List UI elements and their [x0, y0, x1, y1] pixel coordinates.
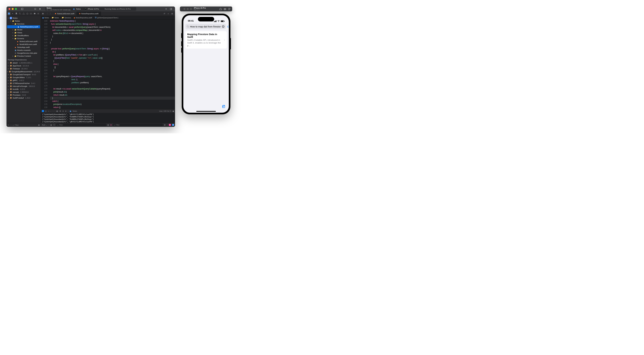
run-button[interactable]: [38, 7, 42, 11]
jumpbar-segment[interactable]: 📁 Services: [62, 16, 71, 19]
breakpoint-toggle-icon[interactable]: [42, 110, 44, 112]
scheme-label[interactable]: Notes: [76, 8, 81, 10]
gutter[interactable]: 1081091101111121131141151161171181191201…: [41, 20, 49, 109]
add-button[interactable]: [164, 7, 168, 11]
package-row[interactable]: ▸📦SwiftProtobuf 1.26.0: [6, 96, 41, 100]
toggle-left-panel-button[interactable]: [20, 7, 24, 11]
tree-row[interactable]: ▾ANotes: [6, 16, 41, 20]
bookmarks-navigator-tab[interactable]: [15, 12, 18, 15]
minimap-toggle-icon[interactable]: ⇄: [162, 12, 166, 16]
tree-row[interactable]: ▦Assets.xcassets: [6, 49, 41, 52]
tree-row[interactable]: ▾📁Screens: [6, 37, 41, 40]
jumpbar-segment[interactable]: ◆ NotesRepository.swift: [74, 17, 92, 19]
jumpbar-segment[interactable]: Ⓜ performQuery(searchTerm:): [95, 16, 118, 19]
search-input[interactable]: [190, 25, 221, 28]
library-button[interactable]: [169, 7, 173, 11]
package-row[interactable]: ▸📦GTMSessionFetcher 3.4.1: [6, 82, 41, 85]
debug-memory-icon[interactable]: ⚙: [60, 110, 61, 112]
pause-icon[interactable]: ‖: [46, 110, 46, 112]
add-editor-icon[interactable]: ▥: [170, 12, 174, 16]
stop-button[interactable]: [33, 7, 37, 11]
tree-row[interactable]: ▸📁Model: [6, 28, 41, 31]
tree-row[interactable]: ◆NotesListScreen.swift: [6, 40, 41, 43]
info-icon[interactable]: ⓘ: [53, 124, 55, 126]
package-row[interactable]: ▸📦nanopb 2.30910.0: [6, 90, 41, 94]
editor-tab[interactable]: ◆NotesRepository.swift: [77, 11, 101, 16]
screenshot-icon[interactable]: [224, 8, 226, 10]
home-indicator[interactable]: [196, 111, 216, 112]
step-over-icon[interactable]: ⤻: [48, 110, 49, 112]
clear-search-icon[interactable]: ✕: [222, 25, 224, 28]
package-row[interactable]: ▸📦Promises 2.4.0: [6, 94, 41, 96]
package-row[interactable]: ▸📦AppCheck 10.19.0: [6, 64, 41, 67]
sim-minimize-icon[interactable]: [187, 8, 189, 10]
compose-button[interactable]: [222, 104, 226, 108]
jump-bar[interactable]: ▣ Notes〉📁 Notes〉📁 Services〉◆ NotesReposi…: [41, 16, 175, 20]
variables-filter-input[interactable]: [59, 124, 72, 126]
back-button[interactable]: 〈: [45, 12, 49, 16]
report-navigator-tab[interactable]: [37, 12, 40, 15]
tree-row[interactable]: ▸📁Preview Content: [6, 54, 41, 58]
related-items-icon[interactable]: ▣: [41, 12, 45, 16]
search-result-row[interactable]: Mapping Firestore Data in Swift Swift's …: [185, 31, 227, 48]
cancel-button[interactable]: Cancel: [227, 25, 229, 28]
debug-console[interactable]: ["GybbVqm9jHoaodmwVpYv", "gMrO1fIiXM5f4l…: [41, 113, 175, 122]
package-row[interactable]: ▸📦GoogleAppMeasurement 10.24.0: [6, 70, 41, 73]
activity-view[interactable]: Notes #1 – Add "Notes for iOS" sample ap…: [45, 7, 136, 11]
minimize-window-icon[interactable]: [12, 8, 14, 10]
sim-zoom-icon[interactable]: [190, 8, 192, 10]
package-row[interactable]: ▸📦GoogleDataTransport 9.4.0: [6, 73, 41, 76]
forward-button[interactable]: 〉: [49, 12, 52, 16]
filter-recent-icon[interactable]: ◉: [38, 124, 40, 126]
editor-tab[interactable]: ◆NotesListScreen.swift: [52, 11, 77, 16]
tree-row[interactable]: ◆NoteEditScreen.swift: [6, 43, 41, 46]
package-row[interactable]: ▸📦InteropForGoogle 100.0.0: [6, 85, 41, 88]
navigator-filter-input[interactable]: [15, 124, 37, 126]
project-navigator-tab[interactable]: [8, 12, 10, 15]
jumpbar-segment[interactable]: 📁 Notes: [52, 16, 59, 19]
source-control-navigator-tab[interactable]: [11, 12, 14, 15]
zoom-window-icon[interactable]: [15, 8, 17, 10]
tree-row[interactable]: ▾📁Notes: [6, 20, 41, 22]
auto-variables-label[interactable]: Auto ⌄: [42, 124, 48, 126]
console-filter-input[interactable]: [116, 124, 129, 126]
search-box[interactable]: ✕: [185, 24, 226, 29]
debug-threads-icon[interactable]: ⋔: [62, 110, 64, 112]
test-navigator-tab[interactable]: [26, 12, 29, 15]
expressions-icon[interactable]: ▤: [107, 124, 109, 126]
package-row[interactable]: ▸📦abseil 1.2024011601.1: [6, 62, 41, 64]
trash-icon[interactable]: 🗑: [164, 124, 166, 126]
package-row[interactable]: ▸📦gRPC 1.62.2: [6, 79, 41, 82]
source-code[interactable]: extension NotesRepository { func semanti…: [49, 20, 175, 109]
add-file-icon[interactable]: ＋: [8, 124, 9, 126]
issue-navigator-tab[interactable]: [22, 12, 25, 15]
minimap-toggle-icon[interactable]: ▣: [172, 110, 174, 112]
code-editor[interactable]: 1081091101111121131141151161171181191201…: [41, 20, 175, 109]
step-out-icon[interactable]: ↑: [52, 110, 54, 112]
tree-row[interactable]: ☰GoogleService-Info.plist: [6, 52, 41, 54]
debug-location-icon[interactable]: ➤: [65, 110, 66, 112]
breakpoint-navigator-tab[interactable]: [33, 12, 36, 15]
rotate-icon[interactable]: [228, 8, 230, 10]
destination-label[interactable]: iPhone 15 Pro: [88, 8, 99, 10]
sim-close-icon[interactable]: [184, 8, 186, 10]
eye-icon[interactable]: ◉: [50, 124, 52, 126]
find-navigator-tab[interactable]: [18, 12, 22, 15]
project-tree[interactable]: ▾ANotes▾📁Notes▾📁Services◆NotesRepository…: [6, 16, 41, 123]
package-row[interactable]: ▸📦leveldb 1.22.5: [6, 88, 41, 90]
tree-row[interactable]: ▸📁ViewModifiers: [6, 34, 41, 37]
home-icon[interactable]: [220, 8, 222, 10]
tree-row[interactable]: ◆NotesApp.swift: [6, 46, 41, 49]
jumpbar-segment[interactable]: ▣ Notes: [42, 17, 49, 19]
debug-navigator-tab[interactable]: [30, 12, 32, 15]
tree-row[interactable]: ▾📁Services: [6, 22, 41, 25]
editor-options-icon[interactable]: ≡: [166, 12, 170, 16]
left-pane-toggle[interactable]: [169, 124, 171, 126]
tree-row[interactable]: ▸📁Views: [6, 31, 41, 34]
right-pane-toggle[interactable]: [172, 124, 174, 126]
close-window-icon[interactable]: [8, 8, 10, 10]
package-row[interactable]: ▸📦Firebase 10.24.0: [6, 67, 41, 70]
profile-icon[interactable]: ⊘: [110, 124, 112, 126]
tree-row[interactable]: ◆NotesRepository.swift: [7, 25, 40, 28]
debug-view-icon[interactable]: ◧: [56, 110, 58, 112]
